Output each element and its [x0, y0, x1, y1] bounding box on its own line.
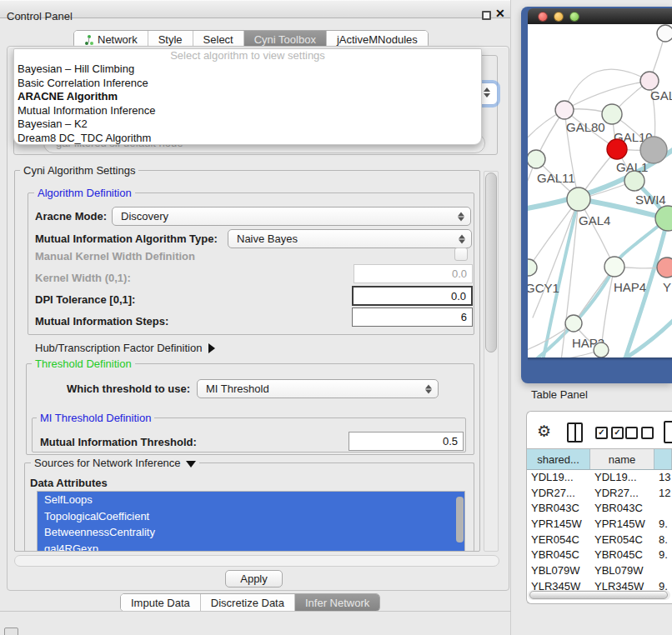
table-cell: YER054C [527, 532, 590, 548]
table-cell: YDR27... [590, 486, 654, 502]
tab-label: jActiveMNodules [337, 33, 418, 46]
deselect-all-columns-icon[interactable] [625, 427, 654, 439]
network-node-gcy1[interactable] [528, 259, 537, 276]
control-panel-title: Control Panel [7, 8, 73, 25]
algorithm-option-bayesian-hill-climbing[interactable]: Bayesian – Hill Climbing [14, 62, 481, 77]
tab-style[interactable]: Style [148, 31, 193, 48]
attribute-option-topologicalcoefficient[interactable]: TopologicalCoefficient [38, 508, 464, 525]
algorithm-definition-title: Algorithm Definition [34, 187, 135, 199]
network-node-y[interactable] [657, 258, 672, 278]
table-cell: 9. [654, 579, 672, 590]
network-node-hap4[interactable] [604, 257, 624, 277]
table-cell: YER054C [590, 532, 654, 548]
tab-jactivemnodules[interactable]: jActiveMNodules [326, 31, 428, 48]
dpi-tolerance-label: DPI Tolerance [0,1]: [35, 293, 135, 306]
expand-right-icon [208, 343, 215, 353]
table-row[interactable]: YER054CYER054C8. [527, 532, 672, 548]
collapsed-panel-icon[interactable] [4, 628, 18, 635]
mi-threshold-field[interactable] [349, 432, 464, 451]
network-view[interactable]: GALGAL80GAL10GAL1GAL11SWI4GAL4GCY1HAP4YH… [528, 24, 672, 358]
network-canvas[interactable]: GALGAL80GAL10GAL1GAL11SWI4GAL4GCY1HAP4YH… [528, 24, 672, 358]
table-row[interactable]: YDR27...YDR27...12 [527, 486, 672, 502]
table-row[interactable]: YBR045CYBR045C9. [527, 548, 672, 563]
table-cell: 13 [654, 470, 672, 486]
mi-steps-field[interactable] [352, 308, 473, 327]
apply-button[interactable]: Apply [225, 570, 283, 588]
combo-stepper-icon [484, 88, 490, 98]
column-header[interactable]: shared... [527, 449, 590, 469]
close-window-icon[interactable] [538, 12, 548, 22]
table-cell: YBR045C [590, 548, 654, 563]
network-node-hap2[interactable] [565, 315, 582, 332]
table-cell: YLR345W [527, 579, 590, 590]
table-row[interactable]: YBL079WYBL079W [527, 563, 672, 579]
network-node-swi4[interactable] [624, 171, 644, 191]
aracne-mode-combo[interactable]: Discovery [112, 207, 471, 226]
sources-expander[interactable]: Sources for Network Inference [31, 457, 199, 469]
combo-stepper-icon [425, 384, 432, 393]
kernel-width-field[interactable] [354, 264, 473, 283]
unchecked-box-icon [641, 427, 654, 439]
table-cell: YDL19... [527, 470, 590, 486]
table-cell: 9. [654, 548, 672, 563]
table-row[interactable]: YBR043CYBR043C [527, 501, 672, 517]
algorithm-option-bayesian-k2[interactable]: Bayesian – K2 [14, 118, 481, 132]
network-node-gal10[interactable] [602, 104, 622, 124]
table-cell: 12 [654, 486, 672, 502]
tab-select[interactable]: Select [193, 31, 243, 48]
manual-kernel-width-checkbox[interactable] [454, 248, 468, 261]
network-node-gal[interactable] [640, 72, 659, 90]
network-node-gal4[interactable] [567, 188, 590, 211]
attribute-option-gal4rgexp[interactable]: gal4RGexp [38, 541, 464, 552]
network-node[interactable] [594, 342, 609, 358]
table-row[interactable]: YDL19...YDL19...13 [527, 470, 672, 486]
network-node-gal80[interactable] [555, 101, 574, 119]
algorithm-option-aracne-algorithm[interactable]: ARACNE Algorithm [14, 90, 481, 104]
column-header[interactable] [654, 449, 672, 469]
table-horizontal-scrollbar-thumb[interactable] [529, 591, 668, 599]
attributes-scrollbar-thumb[interactable] [456, 497, 464, 542]
network-window-titlebar[interactable] [528, 8, 672, 24]
attribute-option-betweennesscentrality[interactable]: BetweennessCentrality [38, 524, 464, 541]
which-threshold-combo[interactable]: MI Threshold [197, 379, 439, 398]
settings-horizontal-scrollbar[interactable] [14, 555, 499, 567]
zoom-window-icon[interactable] [569, 12, 579, 22]
minimize-window-icon[interactable] [554, 12, 564, 22]
hub-definition-expander[interactable]: Hub/Transcription Factor Definition [35, 342, 215, 354]
mi-algorithm-type-combo[interactable]: Naive Bayes [228, 229, 472, 248]
table-cell [654, 501, 672, 517]
close-panel-icon[interactable]: ✕ [495, 7, 505, 20]
algorithm-option-mutual-information-inference[interactable]: Mutual Information Inference [14, 104, 481, 118]
node-label: GAL4 [579, 213, 610, 228]
table-cell: YDR27... [527, 486, 590, 502]
mi-threshold-definition-title: MI Threshold Definition [37, 412, 154, 424]
dpi-tolerance-field[interactable] [352, 286, 473, 306]
tab-label: Cyni Toolbox [254, 33, 316, 46]
table-cell: YBR043C [590, 501, 654, 517]
network-node-gal1[interactable] [607, 139, 627, 159]
gear-icon[interactable]: ⚙ [537, 421, 551, 442]
table-row[interactable]: YPR145WYPR145W9. [527, 517, 672, 532]
column-header[interactable]: name [590, 449, 654, 469]
algorithm-option-dream8-dc-tdc-algorithm[interactable]: Dream8 DC_TDC Algorithm [14, 132, 481, 146]
tab-network[interactable]: Network [74, 31, 148, 48]
tab-infer-network[interactable]: Infer Network [294, 594, 379, 611]
partial-toolbar-icon[interactable] [664, 421, 672, 443]
network-node[interactable] [640, 137, 667, 163]
mi-steps-label: Mutual Information Steps: [35, 315, 168, 328]
tab-discretize-data[interactable]: Discretize Data [200, 594, 294, 611]
columns-icon[interactable] [567, 422, 583, 442]
network-node-gal11[interactable] [528, 150, 545, 168]
float-panel-icon[interactable] [482, 11, 491, 20]
tab-cyni-toolbox[interactable]: Cyni Toolbox [243, 31, 326, 48]
settings-vertical-scrollbar-thumb[interactable] [485, 172, 497, 352]
combo-stepper-icon [459, 234, 465, 243]
table-row[interactable]: YLR345WYLR345W9. [527, 579, 672, 590]
network-node[interactable] [657, 25, 672, 42]
attribute-option-selfloops[interactable]: SelfLoops [38, 492, 464, 508]
tab-impute-data[interactable]: Impute Data [121, 594, 200, 611]
data-attributes-list[interactable]: SelfLoopsTopologicalCoefficientBetweenne… [37, 491, 465, 552]
checked-box-icon: ✓ [595, 427, 608, 439]
algorithm-option-basic-correlation-inference[interactable]: Basic Correlation Inference [14, 77, 481, 91]
select-all-columns-icon[interactable]: ✓✓ [595, 427, 624, 439]
